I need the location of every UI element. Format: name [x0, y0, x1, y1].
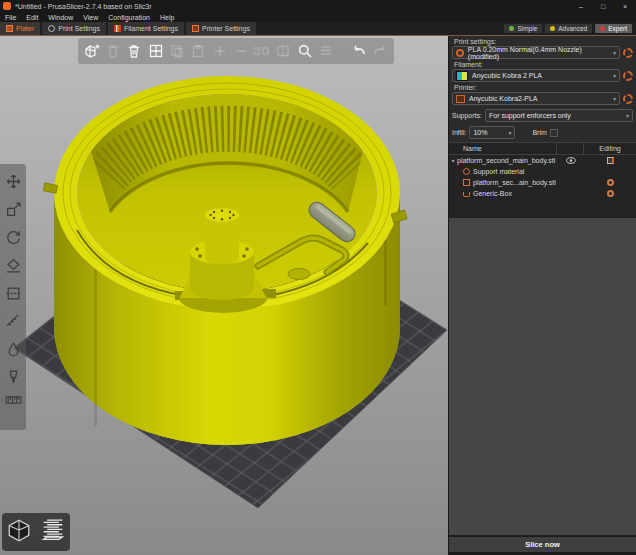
filament-color-swatch: [456, 71, 468, 81]
filament-label: Filament:: [449, 59, 636, 69]
menu-help[interactable]: Help: [155, 14, 179, 21]
window-title: *Untitled - PrusaSlicer-2.7.4 based on S…: [15, 3, 152, 10]
maximize-button[interactable]: □: [592, 3, 614, 10]
top-toolbar: [78, 38, 394, 64]
add-instance-button[interactable]: [210, 40, 229, 62]
generic-box-icon: [463, 192, 470, 197]
tab-bar: Plater Print Settings Filament Settings …: [0, 22, 636, 36]
object-list: Name Editing ▾ platform_second_main_body…: [449, 142, 636, 217]
tab-filament-settings[interactable]: Filament Settings: [108, 22, 184, 35]
object-list-empty-space: [449, 199, 636, 217]
object-row-main-body[interactable]: ▾ platform_second_main_body.stl: [449, 155, 636, 166]
filament-settings-gear-icon[interactable]: [623, 71, 633, 81]
object-row-support-material[interactable]: Support material: [449, 166, 636, 177]
app-icon: [3, 2, 11, 10]
tab-printer-settings[interactable]: Printer Settings: [186, 22, 256, 35]
tab-plater[interactable]: Plater: [0, 22, 40, 35]
supports-select[interactable]: For support enforcers only ▾: [485, 109, 633, 122]
mode-simple[interactable]: Simple: [504, 24, 542, 33]
tab-print-settings[interactable]: Print Settings: [42, 22, 106, 35]
minimize-button[interactable]: –: [570, 3, 592, 10]
print-settings-select[interactable]: PLA 0.20mm Normal(0.4mm Nozzle) (modifie…: [452, 46, 620, 59]
infill-label: Infill:: [452, 129, 466, 136]
plater-icon: [6, 25, 13, 32]
menu-window[interactable]: Window: [43, 14, 78, 21]
undo-button[interactable]: [349, 40, 368, 62]
support-material-icon: [463, 168, 470, 175]
chevron-down-icon: ▾: [626, 112, 629, 119]
preview-view-button[interactable]: [39, 517, 67, 547]
printer-icon: [456, 95, 465, 103]
printer-label: Printer:: [449, 82, 636, 92]
print-settings-gear-icon[interactable]: [623, 48, 633, 58]
model-platform-second-main-body[interactable]: [43, 76, 407, 445]
window-controls: – □ ×: [570, 3, 636, 10]
part-settings-gear-icon[interactable]: [584, 177, 636, 188]
copy-button[interactable]: [167, 40, 186, 62]
menu-file[interactable]: File: [0, 14, 21, 21]
delete-button[interactable]: [103, 40, 122, 62]
name-column-header: Name: [449, 145, 556, 152]
chevron-down-icon: ▾: [613, 49, 616, 56]
prusaslicer-window: *Untitled - PrusaSlicer-2.7.4 based on S…: [0, 0, 636, 555]
filament-settings-icon: [114, 25, 121, 32]
print-settings-label: Print settings:: [449, 36, 636, 46]
slice-now-button[interactable]: Slice now: [449, 537, 636, 555]
expert-mode-dot-icon: [600, 26, 605, 31]
text-tool-button[interactable]: [2, 392, 24, 408]
split-to-objects-button[interactable]: [253, 40, 272, 62]
title-bar: *Untitled - PrusaSlicer-2.7.4 based on S…: [0, 0, 636, 12]
infill-select[interactable]: 10% ▾: [469, 126, 515, 139]
move-button[interactable]: [2, 168, 24, 194]
measure-button[interactable]: [2, 308, 24, 334]
eye-column-header: [556, 143, 583, 154]
view-toggle: [2, 513, 70, 551]
search-button[interactable]: [295, 40, 314, 62]
simple-mode-dot-icon: [509, 26, 514, 31]
menu-view[interactable]: View: [78, 14, 103, 21]
printer-settings-icon: [192, 25, 199, 32]
scene-3d: [0, 36, 448, 555]
close-button[interactable]: ×: [614, 3, 636, 10]
arrange-button[interactable]: [146, 40, 165, 62]
paint-on-supports-button[interactable]: [2, 336, 24, 362]
remove-instance-button[interactable]: [231, 40, 250, 62]
cut-button[interactable]: [2, 280, 24, 306]
brim-checkbox[interactable]: [550, 129, 558, 137]
editing-column-header: Editing: [583, 143, 636, 154]
split-to-parts-button[interactable]: [274, 40, 293, 62]
delete-all-button[interactable]: [125, 40, 144, 62]
object-settings-icon[interactable]: [584, 155, 636, 166]
eye-icon[interactable]: [558, 155, 584, 166]
mode-switcher: Simple Advanced Expert: [504, 22, 636, 35]
add-button[interactable]: [82, 40, 101, 62]
variable-layer-height-button[interactable]: [316, 40, 335, 62]
part-icon: [463, 179, 470, 186]
printer-settings-gear-icon[interactable]: [623, 94, 633, 104]
mode-expert[interactable]: Expert: [595, 24, 632, 33]
printer-select[interactable]: Anycubic Kobra2-PLA ▾: [452, 92, 620, 105]
object-list-header: Name Editing: [449, 143, 636, 155]
menu-configuration[interactable]: Configuration: [103, 14, 155, 21]
redo-button[interactable]: [371, 40, 390, 62]
mode-advanced[interactable]: Advanced: [545, 24, 592, 33]
seam-painting-button[interactable]: [2, 364, 24, 390]
collapse-caret-icon[interactable]: ▾: [449, 157, 457, 164]
menu-edit[interactable]: Edit: [21, 14, 43, 21]
chevron-down-icon: ▾: [613, 72, 616, 79]
sidebar-info-area: [449, 217, 636, 537]
chevron-down-icon: ▾: [613, 95, 616, 102]
viewport-3d[interactable]: [0, 36, 448, 555]
rotate-button[interactable]: [2, 224, 24, 250]
object-row-part[interactable]: platform_sec...ain_body.stl: [449, 177, 636, 188]
editor-3d-view-button[interactable]: [6, 517, 32, 547]
paste-button[interactable]: [189, 40, 208, 62]
box-settings-gear-icon[interactable]: [584, 188, 636, 199]
sidebar: Print settings: PLA 0.20mm Normal(0.4mm …: [448, 36, 636, 555]
brim-label: Brim: [532, 129, 546, 136]
place-on-face-button[interactable]: [2, 252, 24, 278]
filament-select[interactable]: Anycubic Kobra 2 PLA ▾: [452, 69, 620, 82]
chevron-down-icon: ▾: [508, 129, 511, 136]
object-row-generic-box[interactable]: Generic-Box: [449, 188, 636, 199]
scale-button[interactable]: [2, 196, 24, 222]
